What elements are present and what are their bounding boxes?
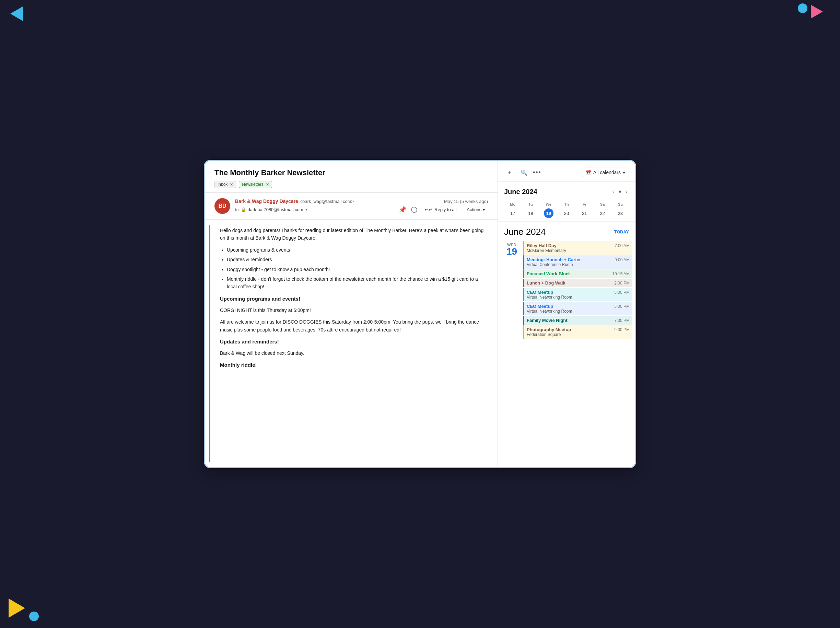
cal-day-21[interactable]: 21: [579, 208, 589, 218]
section2-content: Bark & Wag will be closed next Sunday.: [220, 349, 488, 357]
add-event-button[interactable]: +: [504, 167, 515, 178]
tag-newsletters[interactable]: Newsletters ✕: [239, 181, 272, 188]
event-location-1: McKlaren Elementary: [527, 248, 630, 253]
event-ceo-meetup-2[interactable]: CEO Meetup 5:00 PM Virtual Networking Ro…: [523, 302, 632, 315]
cal-day-22[interactable]: 22: [598, 208, 607, 218]
event-focused-work-block[interactable]: Focused Work Block 10:15 AM: [523, 269, 632, 278]
event-location-2: Virtual Conference Room: [527, 262, 630, 267]
tag-inbox-label: Inbox: [218, 182, 227, 187]
day-row-19: WED 19 Riley Half Day 7:00 AM McKlaren E…: [501, 240, 632, 340]
event-time-6: 5:00 PM: [614, 304, 630, 309]
sender-name-row: Bark & Wag Doggy Daycare <bark_wag@fastm…: [235, 198, 354, 204]
event-header-3: Focused Work Block 10:15 AM: [527, 271, 630, 276]
today-dot: [619, 190, 621, 193]
event-title-2: Meeting: Hannah + Carter: [527, 257, 581, 262]
actions-button[interactable]: Actions ▾: [464, 206, 488, 214]
event-time-7: 7:30 PM: [614, 318, 630, 323]
bullet-1: Upcoming programs & events: [227, 246, 488, 254]
event-photography-meetup[interactable]: Photography Meetup 9:00 PM Federation Sq…: [523, 325, 632, 339]
event-header-1: Riley Half Day 7:00 AM: [527, 243, 630, 248]
event-time-8: 9:00 PM: [614, 327, 630, 332]
event-family-movie-night[interactable]: Family Movie Night 7:30 PM: [523, 316, 632, 325]
corner-arrow-tr: [811, 5, 823, 19]
day-header-we: We: [540, 201, 557, 208]
corner-circle-tr: [798, 3, 807, 13]
more-options-button[interactable]: •••: [533, 169, 542, 176]
day-view-year: 2024: [526, 227, 546, 237]
event-riley-half-day[interactable]: Riley Half Day 7:00 AM McKlaren Elementa…: [523, 241, 632, 255]
event-header-6: CEO Meetup 5:00 PM: [527, 304, 630, 309]
section1-content2: All are welcome to join us for DISCO DOG…: [220, 318, 488, 334]
tag-newsletters-close[interactable]: ✕: [266, 183, 269, 187]
event-title-8: Photography Meetup: [527, 327, 571, 332]
next-month-button[interactable]: ›: [625, 187, 629, 196]
event-ceo-meetup-1[interactable]: CEO Meetup 5:00 PM Virtual Networking Ro…: [523, 288, 632, 301]
masked-email: 🔒 dark.hat7080@fastmail.com: [241, 207, 303, 212]
email-title: The Monthly Barker Newsletter: [215, 168, 488, 177]
event-title-3: Focused Work Block: [527, 271, 571, 276]
cal-day-23[interactable]: 23: [616, 208, 625, 218]
to-label: to: [235, 207, 239, 212]
sender-top: Bark & Wag Doggy Daycare <bark_wag@fastm…: [235, 198, 488, 204]
search-button[interactable]: 🔍: [518, 167, 529, 178]
tag-newsletters-label: Newsletters: [242, 182, 264, 187]
mini-calendar: June 2024 ‹ › Mo Tu We Th Fr Sa Su 17 18: [498, 182, 635, 222]
bullet-2: Updates & reminders: [227, 256, 488, 263]
event-lunch-dog-walk[interactable]: Lunch + Dog Walk 2:00 PM: [523, 279, 632, 287]
section1-title: Upcoming programs and events!: [220, 295, 488, 303]
event-title-5: CEO Meetup: [527, 290, 553, 295]
email-bullets: Upcoming programs & events Updates & rem…: [227, 246, 488, 291]
mini-cal-grid: Mo Tu We Th Fr Sa Su 17 18 19 20 21 22 2…: [504, 201, 629, 218]
day-header-fr: Fr: [576, 201, 593, 208]
to-dropdown-arrow[interactable]: ▾: [305, 208, 308, 212]
event-location-5: Virtual Networking Room: [527, 295, 630, 300]
sender-area: BD Bark & Wag Doggy Daycare <bark_wag@fa…: [205, 193, 497, 220]
calendar-panel: + 🔍 ••• 📅 All calendars ▾ June 2024 ‹ ›: [498, 161, 635, 467]
section2-title: Updates and reminders!: [220, 338, 488, 346]
event-time-4: 2:00 PM: [614, 281, 630, 286]
tag-inbox[interactable]: Inbox ✕: [215, 181, 236, 188]
event-time-3: 10:15 AM: [612, 271, 630, 276]
event-header-8: Photography Meetup 9:00 PM: [527, 327, 630, 332]
cal-day-18[interactable]: 18: [526, 208, 535, 218]
bullet-3: Doggy spotlight - get to know a pup each…: [227, 266, 488, 273]
email-tags: Inbox ✕ Newsletters ✕: [215, 181, 488, 188]
bullet-4: Monthly riddle - don't forget to check t…: [227, 275, 488, 291]
mini-cal-title: June 2024: [504, 188, 537, 196]
circle-button[interactable]: [411, 207, 417, 213]
section3-title: Monthly riddle!: [220, 361, 488, 369]
day-view-title: June 2024: [504, 227, 546, 237]
cal-day-17[interactable]: 17: [508, 208, 518, 218]
day-number: 19: [503, 247, 521, 257]
tag-inbox-close[interactable]: ✕: [230, 183, 233, 187]
event-location-6: Virtual Networking Room: [527, 309, 630, 314]
cal-day-19-today[interactable]: 19: [544, 208, 553, 218]
corner-arrow-tl: [10, 6, 23, 21]
calendar-selector-label: All calendars: [593, 170, 621, 175]
day-header-tu: Tu: [522, 201, 539, 208]
pin-icon[interactable]: 📌: [399, 206, 406, 214]
sender-email: <bark_wag@fastmail.com>: [300, 199, 354, 204]
corner-circle-bl: [29, 612, 39, 621]
reply-all-button[interactable]: ↩↩ Reply to all: [422, 206, 459, 214]
day-label-19: WED 19: [501, 240, 523, 340]
email-intro: Hello dogs and dog parents! Thanks for r…: [220, 227, 488, 242]
event-meeting-hannah-carter[interactable]: Meeting: Hannah + Carter 9:00 AM Virtual…: [523, 255, 632, 269]
sender-to: to 🔒 dark.hat7080@fastmail.com ▾ 📌 ↩↩ Re…: [235, 206, 488, 214]
corner-arrow-bl: [9, 598, 25, 618]
reply-all-label: Reply to all: [434, 207, 456, 212]
event-time-1: 7:00 AM: [614, 243, 630, 248]
cal-day-20[interactable]: 20: [562, 208, 571, 218]
prev-month-button[interactable]: ‹: [611, 187, 615, 196]
actions-label: Actions: [467, 207, 482, 212]
email-content-wrapper: Hello dogs and dog parents! Thanks for r…: [205, 220, 497, 467]
section1-content1: CORGI NIGHT is this Thursday at 6:00pm!: [220, 307, 488, 314]
today-label: TODAY: [614, 230, 629, 235]
actions-arrow: ▾: [483, 207, 485, 212]
calendar-selector[interactable]: 📅 All calendars ▾: [582, 168, 629, 177]
event-title-7: Family Movie Night: [527, 318, 567, 323]
event-header-7: Family Movie Night 7:30 PM: [527, 318, 630, 323]
mini-cal-header: June 2024 ‹ ›: [504, 187, 629, 196]
calendar-toolbar: + 🔍 ••• 📅 All calendars ▾: [498, 161, 635, 182]
email-panel: The Monthly Barker Newsletter Inbox ✕ Ne…: [205, 161, 498, 467]
